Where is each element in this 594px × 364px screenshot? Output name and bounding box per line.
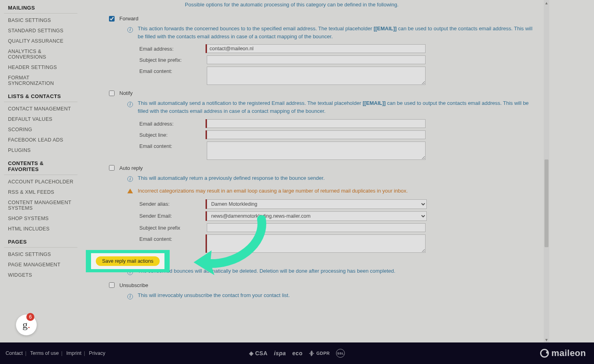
footer-link-terms[interactable]: Terms of use [30,350,59,356]
forward-subject-label: Subject line prefix: [139,55,206,63]
notify-email-input[interactable] [207,119,426,128]
help-widget-badge[interactable]: g. 6 [16,315,37,335]
save-highlight: Save reply mail actions [86,250,170,272]
sidebar-item-header-settings[interactable]: HEADER SETTINGS [4,62,77,73]
autoreply-warning: Incorrect categorizations may result in … [138,187,408,196]
sidebar-item-scoring[interactable]: SCORING [4,124,77,135]
forward-checkbox[interactable] [109,16,115,22]
csa-logo-icon: ◈CSA [249,350,268,356]
action-autoreply: Auto reply i This will automatically ret… [86,163,549,254]
sidebar-item-pages-basic-settings[interactable]: BASIC SETTINGS [4,249,77,260]
sidebar-item-quality-assurance[interactable]: QUALITY ASSURANCE [4,36,77,46]
forward-desc: This action forwards the concerned bounc… [138,25,537,41]
sidebar-item-format-syncronization[interactable]: FORMAT SYNCRONIZATION [4,73,77,89]
badge-letter: g [22,319,28,331]
forward-email-label: Email address: [139,44,206,52]
sidebar-item-content-management-systems[interactable]: CONTENT MANAGEMENT SYSTEMS [4,197,77,213]
info-icon: i [127,26,134,41]
scroll-thumb[interactable] [544,159,548,247]
notify-email-label: Email address: [139,119,206,127]
sidebar-heading-mailings: MAILINGS [4,0,77,14]
ispa-logo-icon: ispa [274,350,286,356]
sidebar-item-facebook-lead-ads[interactable]: FACEBOOK LEAD ADS [4,135,77,145]
action-notify: Notify i This will automatically send a … [86,89,549,161]
gdpr-logo-icon: ⸎GDPR [309,350,330,356]
autoreply-content-label: Email content: [139,234,206,242]
sidebar-heading-pages: PAGES [4,234,77,248]
sidebar-item-default-values[interactable]: DEFAULT VALUES [4,114,77,124]
forward-subject-input[interactable] [207,55,426,64]
footer-link-imprint[interactable]: Imprint [66,350,81,356]
footer-certifications: ◈CSA ispa eco ⸎GDPR SSL [249,349,345,358]
info-icon: i [127,175,134,183]
unsubscribe-desc: This will irrevocably unsubscribe the co… [138,291,290,300]
sidebar-item-basic-settings[interactable]: BASIC SETTINGS [4,15,77,26]
badge-count: 6 [26,313,34,321]
notify-content-textarea[interactable] [207,142,426,160]
eco-logo-icon: eco [292,350,303,356]
maileon-logo-icon [540,349,549,358]
autoreply-sender-label: Sender Email: [139,211,206,219]
autoreply-alias-label: Sender alias: [139,199,206,207]
notify-subject-input[interactable] [207,130,426,139]
scroll-up-icon[interactable]: ▲ [544,0,549,6]
category-info: Possible options for the automatic proce… [86,0,549,12]
sidebar-item-contact-management[interactable]: CONTACT MANAGEMENT [4,104,77,114]
vertical-scrollbar[interactable]: ▲ ▼ [544,0,549,342]
save-reply-mail-actions-button[interactable]: Save reply mail actions [96,256,160,266]
autoreply-alias-select[interactable]: Damen Motorkleding [207,199,427,209]
sidebar-item-html-includes[interactable]: HTML INCLUDES [4,224,77,234]
autoreply-label: Auto reply [119,165,143,171]
sidebar-item-widgets[interactable]: WIDGETS [4,270,77,280]
action-forward: Forward i This action forwards the conce… [86,14,549,86]
footer-link-contact[interactable]: Contact [6,350,23,356]
warning-icon [127,188,134,196]
forward-content-textarea[interactable] [207,67,426,85]
sidebar-item-page-management[interactable]: PAGE MANAGEMENT [4,260,77,270]
sidebar: MAILINGS BASIC SETTINGS STANDARD SETTING… [0,0,81,288]
maileon-logo: maileon [540,348,586,358]
footer-link-privacy[interactable]: Privacy [89,350,105,356]
footer: Contact| Terms of use| Imprint| Privacy … [0,342,594,364]
sidebar-heading-lists-contacts: LISTS & CONTACTS [4,89,77,102]
autoreply-subject-input[interactable] [207,223,426,232]
delete-desc: The concerned bounces will autmatically … [138,267,395,276]
unsubscribe-checkbox[interactable] [109,282,115,288]
action-unsubscribe: Unsubscribe i This will irrevocably unsu… [86,281,549,303]
autoreply-desc: This will automatically return a previou… [138,174,325,183]
ssl-logo-icon: SSL [336,349,345,358]
notify-desc: This will automatically send a notificat… [138,99,537,115]
sidebar-heading-contents-favorites: CONTENTS & FAVORITES [4,155,77,175]
unsubscribe-label: Unsubscribe [119,282,148,288]
forward-label: Forward [119,16,139,22]
autoreply-subject-label: Subject line prefix [139,223,206,231]
sidebar-item-account-placeholder[interactable]: ACCOUNT PLACEHOLDER [4,177,77,187]
info-icon: i [127,100,134,115]
scroll-down-icon[interactable]: ▼ [544,337,549,342]
notify-checkbox[interactable] [109,91,115,96]
forward-email-input[interactable] [207,44,426,53]
footer-links: Contact| Terms of use| Imprint| Privacy [6,350,105,356]
forward-content-label: Email content: [139,67,206,74]
autoreply-content-textarea[interactable] [207,234,426,253]
sidebar-item-plugins[interactable]: PLUGINS [4,145,77,155]
sidebar-item-shop-systems[interactable]: SHOP SYSTEMS [4,213,77,224]
sidebar-item-analytics-conversions[interactable]: ANALYTICS & CONVERSIONS [4,46,77,62]
sidebar-item-standard-settings[interactable]: STANDARD SETTINGS [4,26,77,36]
autoreply-checkbox[interactable] [109,165,115,171]
notify-subject-label: Subject line: [139,130,206,138]
notify-label: Notify [119,90,133,96]
sidebar-item-rss-xml-feeds[interactable]: RSS & XML FEEDS [4,187,77,197]
info-icon: i [127,292,134,300]
autoreply-sender-select[interactable]: news@damenmotorkleding.news-mailer.com [207,211,427,221]
notify-content-label: Email content: [139,142,206,149]
